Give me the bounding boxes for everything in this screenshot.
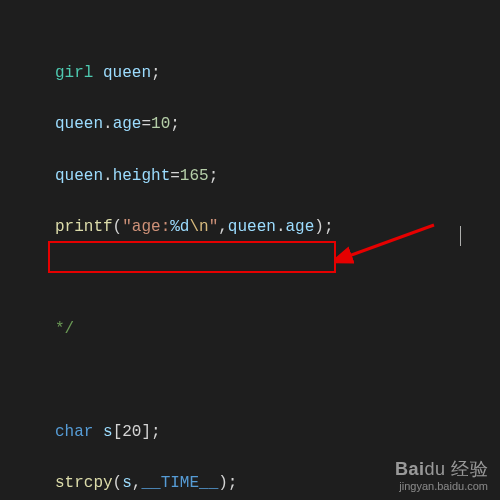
watermark: Baidu 经验 jingyan.baidu.com <box>395 460 488 492</box>
code-line: */ <box>0 317 500 343</box>
code-line: queen.age=10; <box>0 112 500 138</box>
code-editor: girl queen; queen.age=10; queen.height=1… <box>0 0 500 500</box>
code-line: char s[20]; <box>0 420 500 446</box>
code-line: printf("age:%d\n",queen.age); <box>0 215 500 241</box>
type-token: girl <box>55 64 93 82</box>
text-cursor <box>460 226 461 246</box>
code-line <box>0 266 500 292</box>
var-token: queen <box>103 64 151 82</box>
code-line: girl queen; <box>0 61 500 87</box>
code-line: queen.height=165; <box>0 164 500 190</box>
code-line <box>0 368 500 394</box>
